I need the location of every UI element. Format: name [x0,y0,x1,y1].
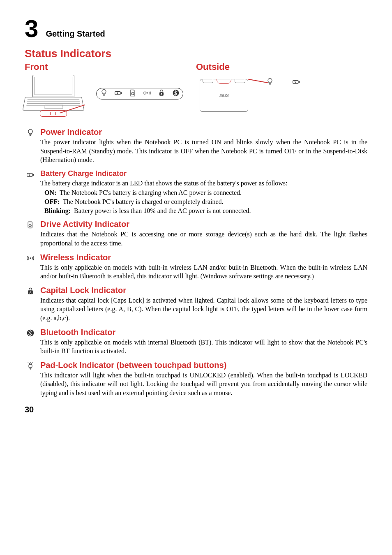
entry-title: Battery Charge Indicator [40,169,367,178]
svg-point-4 [131,92,134,95]
entry-title: Power Indicator [40,127,367,137]
entry-text: This is only applicable on models with b… [40,263,367,281]
entry-text: The battery charge indicator is an LED t… [40,179,367,188]
state-off: OFF: The Notebook PC's battery is charge… [40,198,367,206]
entry-text: This is only applicable on models with i… [40,338,367,356]
caps-indicator-entry: A Capital Lock Indicator Indicates that … [25,286,367,323]
entry-text: Indicates that the Notebook PC is access… [40,230,367,247]
svg-rect-16 [33,174,34,176]
outside-indicator-strip [266,75,300,88]
entry-text: This indicator will light when the built… [40,371,367,398]
lid-illustration: /SUS [197,75,251,116]
svg-rect-23 [29,365,32,368]
battery-icon [114,88,122,99]
chapter-header: 3 Getting Started [25,16,367,43]
battery-icon [25,169,36,215]
drive-indicator-entry: Drive Activity Indicator Indicates that … [25,220,367,247]
svg-rect-3 [120,92,122,94]
power-indicator-entry: Power Indicator The power indicator ligh… [25,127,367,164]
entry-title: Wireless Indicator [40,253,367,262]
power-icon [100,88,108,99]
drive-icon [129,88,137,99]
laptop-illustration [25,75,82,116]
state-on: ON: The Notebook PC's battery is chargin… [40,189,367,197]
entry-title: Pad-Lock Indicator (between touchpad but… [40,361,367,370]
entry-title: Drive Activity Indicator [40,220,367,229]
svg-point-18 [30,225,30,226]
front-indicator-strip: A [96,88,183,99]
outside-subtitle: Outside [196,62,367,72]
wireless-indicator-entry: Wireless Indicator This is only applicab… [25,253,367,281]
indicator-list: Power Indicator The power indicator ligh… [25,127,367,398]
svg-point-19 [30,257,31,259]
subsection-row: Front Outside [25,62,367,72]
front-subtitle: Front [25,62,189,72]
wireless-icon [25,253,36,281]
bluetooth-indicator-entry: Bluetooth Indicator This is only applica… [25,328,367,356]
bt-icon [25,328,36,356]
chapter-title: Getting Started [46,29,105,41]
svg-text:A: A [160,92,162,95]
state-blink: Blinking: Battery power is less than 10%… [40,207,367,215]
bt-icon [172,88,180,99]
caps-icon: A [25,286,36,323]
section-title: Status Indicators [25,47,367,60]
power-icon [25,127,36,164]
entry-text: Indicates that capital lock [Caps Lock] … [40,296,367,323]
page-number: 30 [25,405,367,414]
svg-point-5 [146,92,148,93]
svg-text:A: A [29,291,32,294]
lid-logo: /SUS [219,93,228,98]
battery-indicator-entry: Battery Charge Indicator The battery cha… [25,169,367,215]
chapter-number: 3 [25,16,38,41]
entry-title: Bluetooth Indicator [40,328,367,337]
drive-icon [25,220,36,247]
padlock-icon [25,361,36,398]
svg-rect-12 [299,81,300,83]
padlock-indicator-entry: Pad-Lock Indicator (between touchpad but… [25,361,367,398]
illustrations: A /SUS [25,75,367,116]
entry-text: The power indicator lights when the Note… [40,138,367,164]
battery-icon [292,77,300,88]
caps-icon: A [157,88,166,99]
entry-title: Capital Lock Indicator [40,286,367,295]
wireless-icon [143,88,151,99]
